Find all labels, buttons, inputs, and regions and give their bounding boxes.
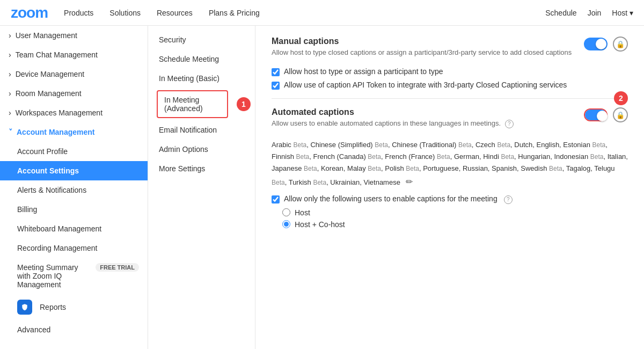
sidebar-item-device-mgmt[interactable]: › Device Management [0,64,148,84]
allow-only-checkbox-row: Allow only the following users to enable… [272,194,628,204]
automated-captions-lock[interactable]: 🔒 [613,107,628,122]
shield-icon-wrap [17,300,32,315]
nav-resources[interactable]: Resources [157,9,193,17]
mid-item-schedule[interactable]: Schedule Meeting [148,49,255,69]
automated-captions-toggle[interactable] [584,108,608,121]
sidebar-item-whiteboard[interactable]: Whiteboard Management [0,219,148,238]
nav-schedule[interactable]: Schedule [545,9,576,17]
manual-captions-lock[interactable]: 🔒 [613,37,628,52]
step-1-badge: 1 [237,97,251,111]
allow-only-info-icon[interactable]: ? [504,195,513,204]
info-icon[interactable]: ? [505,120,514,128]
section-divider [272,98,628,99]
automated-captions-left: Automated captions Allow users to enable… [272,107,514,135]
manual-captions-title: Manual captions [272,37,572,46]
mid-item-more[interactable]: More Settings [148,159,255,178]
nav-right: Schedule Join Host ▾ [545,9,633,17]
radio-host-cohost: Host + Co-host [282,220,628,229]
radio-host-input[interactable] [282,208,290,216]
edit-language-icon[interactable]: ✏ [406,177,413,186]
mid-item-in-meeting-basic[interactable]: In Meeting (Basic) [148,69,255,88]
sidebar-item-recording[interactable]: Recording Management [0,238,148,258]
manual-captions-left: Manual captions Allow host to type close… [272,37,572,63]
sidebar-item-account-settings[interactable]: Account Settings [0,161,148,180]
free-trial-badge: FREE TRIAL [96,263,139,272]
chevron-right-icon: › [9,70,11,78]
nav-join[interactable]: Join [588,9,602,17]
sidebar-left: › User Management › Team Chat Management… [0,26,148,349]
manual-captions-toggle[interactable] [584,38,608,50]
step-2-badge: 2 [614,91,628,105]
radio-cohost-input[interactable] [282,220,290,228]
language-list: Arabic Beta, Chinese (Simplified) Beta, … [272,139,628,189]
mid-item-security[interactable]: Security [148,30,255,49]
checkbox-allow-host-type-input[interactable] [272,68,280,76]
sidebar-item-reports[interactable]: Reports [0,294,148,320]
nav-host[interactable]: Host ▾ [612,9,633,17]
mid-item-admin[interactable]: Admin Options [148,140,255,159]
chevron-right-icon: › [9,31,11,40]
radio-host-label: Host [295,208,310,217]
mid-item-email[interactable]: Email Notification [148,120,255,140]
chevron-right-icon: › [9,50,11,59]
chevron-down-icon: ˅ [9,128,12,136]
sidebar-mid: Security Schedule Meeting In Meeting (Ba… [148,26,255,349]
sidebar-item-user-mgmt[interactable]: › User Management [0,26,148,45]
checkbox-allow-api: Allow use of caption API Token to integr… [272,81,628,90]
automated-captions-title: Automated captions [272,107,514,117]
nav-plans[interactable]: Plans & Pricing [209,9,260,17]
sidebar-item-room-mgmt[interactable]: › Room Management [0,84,148,103]
manual-captions-toggle-row: Manual captions Allow host to type close… [272,37,628,63]
sidebar-item-meeting-summary[interactable]: Meeting Summary with Zoom IQ Management … [0,258,148,294]
automated-captions-desc: Allow users to enable automated captions… [272,119,514,128]
allow-only-label: Allow only the following users to enable… [284,194,497,203]
automated-captions-controls: 2 🔒 [584,107,628,122]
chevron-right-icon: › [9,108,11,117]
nav-products[interactable]: Products [64,9,93,17]
main-content: Manual captions Allow host to type close… [255,26,644,349]
sidebar-item-workspaces[interactable]: › Workspaces Management [0,103,148,122]
checkbox-allow-api-label: Allow use of caption API Token to integr… [284,81,567,89]
mid-item-in-meeting-advanced[interactable]: In Meeting (Advanced) [157,90,228,118]
sidebar-item-billing[interactable]: Billing [0,200,148,219]
manual-captions-controls: 🔒 [584,37,628,52]
checkbox-allow-host-type: Allow host to type or assign a participa… [272,67,628,76]
manual-captions-section: Manual captions Allow host to type close… [272,37,628,90]
radio-host: Host [282,208,628,217]
sidebar-item-alerts[interactable]: Alerts & Notifications [0,180,148,200]
top-nav: zoom Products Solutions Resources Plans … [0,0,644,26]
allow-only-checkbox[interactable] [272,195,280,203]
logo: zoom [11,4,48,21]
manual-captions-desc: Allow host to type closed captions or as… [272,48,572,56]
sidebar-item-account-profile[interactable]: Account Profile [0,142,148,161]
sidebar-item-team-chat[interactable]: › Team Chat Management [0,45,148,64]
checkbox-allow-api-input[interactable] [272,82,280,90]
chevron-right-icon: › [9,89,11,98]
radio-cohost-label: Host + Co-host [295,220,345,229]
sidebar-item-account-mgmt[interactable]: ˅ Account Management [0,122,148,142]
nav-solutions[interactable]: Solutions [109,9,141,17]
automated-captions-toggle-row: Automated captions Allow users to enable… [272,107,628,135]
checkbox-allow-host-type-label: Allow host to type or assign a participa… [284,67,443,76]
automated-captions-section: Automated captions Allow users to enable… [272,107,628,229]
body-area: › User Management › Team Chat Management… [0,26,644,349]
sidebar-item-advanced[interactable]: Advanced [0,320,148,339]
